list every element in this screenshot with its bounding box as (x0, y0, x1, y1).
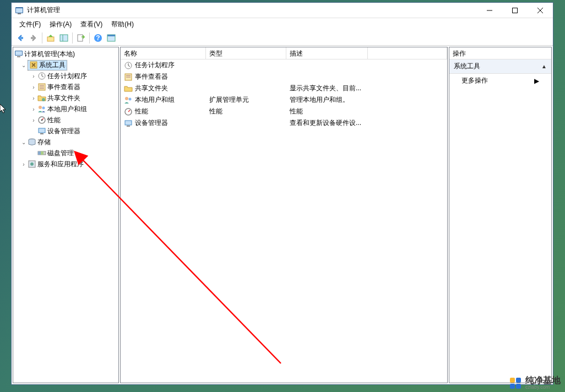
svg-rect-1 (16, 8, 23, 13)
svg-point-41 (125, 97, 128, 100)
list-row[interactable]: 性能 性能 性能 (121, 106, 447, 117)
export-button[interactable] (75, 32, 87, 44)
titlebar[interactable]: 计算机管理 (12, 3, 553, 18)
event-icon (37, 83, 46, 91)
app-icon (15, 6, 24, 15)
action-section-header[interactable]: 系统工具 ▲ (449, 59, 551, 74)
collapse-icon[interactable]: ⌄ (20, 62, 28, 68)
tree-system-tools[interactable]: ⌄ 系统工具 (13, 59, 118, 70)
list-cell-desc: 管理本地用户和组。 (286, 95, 368, 105)
expand-icon[interactable]: › (30, 106, 37, 112)
svg-rect-45 (127, 126, 130, 127)
menu-action[interactable]: 操作(A) (45, 18, 76, 31)
menu-file[interactable]: 文件(F) (15, 18, 45, 31)
watermark: 纯净基地 czlaby.com (509, 376, 561, 390)
list-pane: 名称 类型 描述 任务计划程序 事件查看器 共享文件夹 (120, 47, 448, 383)
tree-storage[interactable]: ⌄ 存储 (13, 137, 118, 148)
svg-rect-14 (107, 35, 115, 36)
device-icon (124, 119, 133, 128)
expand-icon[interactable]: › (30, 73, 37, 79)
tree-label: 存储 (37, 138, 51, 147)
list-cell-name: 共享文件夹 (135, 84, 168, 93)
svg-rect-34 (41, 151, 44, 155)
tree-root[interactable]: 计算机管理(本地) (13, 48, 118, 59)
tree-device-manager[interactable]: 设备管理器 (13, 126, 118, 137)
forward-button[interactable] (28, 32, 40, 44)
list-row[interactable]: 共享文件夹 显示共享文件夹、目前... (121, 83, 447, 94)
back-button[interactable] (14, 32, 26, 44)
tree-local-users[interactable]: › 本地用户和组 (13, 104, 118, 115)
tools-icon (29, 61, 38, 69)
svg-point-25 (39, 106, 42, 109)
header-name[interactable]: 名称 (121, 47, 206, 59)
expand-icon[interactable]: › (30, 117, 37, 123)
svg-text:?: ? (96, 34, 100, 42)
computer-icon (14, 50, 23, 58)
watermark-main: 纯净基地 (525, 376, 561, 385)
tree-label: 服务和应用程序 (37, 160, 84, 169)
performance-icon (124, 107, 133, 116)
tree-performance[interactable]: › 性能 (13, 115, 118, 126)
svg-point-28 (41, 119, 43, 121)
tree-disk-management[interactable]: 磁盘管理 (13, 148, 118, 159)
storage-icon (28, 138, 36, 146)
up-button[interactable] (45, 32, 57, 44)
list-row[interactable]: 本地用户和组 扩展管理单元 管理本地用户和组。 (121, 94, 447, 106)
show-hide-button[interactable] (58, 32, 70, 44)
close-button[interactable] (528, 3, 553, 18)
view-icons-button[interactable] (105, 32, 117, 44)
header-type[interactable]: 类型 (206, 47, 286, 59)
action-pane-title: 操作 (449, 47, 551, 59)
menu-help[interactable]: 帮助(H) (107, 18, 138, 31)
svg-rect-48 (516, 378, 521, 383)
svg-rect-2 (18, 13, 21, 14)
device-icon (37, 127, 46, 135)
services-icon (28, 160, 36, 168)
menu-view[interactable]: 查看(V) (76, 18, 107, 31)
window-title: 计算机管理 (27, 6, 477, 15)
help-button[interactable]: ? (92, 32, 104, 44)
list-row[interactable]: 任务计划程序 (121, 59, 447, 71)
expand-icon[interactable]: › (30, 95, 37, 101)
tree-label: 任务计划程序 (47, 72, 87, 81)
minimize-button[interactable] (477, 3, 502, 18)
expand-icon[interactable]: › (20, 161, 28, 167)
menubar: 文件(F) 操作(A) 查看(V) 帮助(H) (12, 18, 553, 30)
list-cell-desc: 性能 (286, 107, 368, 116)
maximize-button[interactable] (502, 3, 528, 18)
svg-point-36 (30, 162, 34, 166)
watermark-logo-icon (509, 377, 522, 390)
svg-rect-4 (513, 8, 518, 13)
svg-rect-44 (125, 121, 132, 125)
list-cell-type: 扩展管理单元 (206, 95, 286, 105)
header-desc[interactable]: 描述 (286, 47, 368, 59)
event-icon (124, 73, 133, 81)
action-pane: 操作 系统工具 ▲ 更多操作 ▶ (449, 47, 552, 383)
main-window: 计算机管理 文件(F) 操作(A) 查看(V) 帮助(H) ? 计算机管理(本 (11, 2, 553, 385)
tree-label: 共享文件夹 (47, 94, 80, 103)
collapse-icon[interactable]: ⌄ (20, 139, 28, 145)
tree-label: 性能 (47, 116, 61, 125)
tree-pane[interactable]: 计算机管理(本地) ⌄ 系统工具 › 任务计划程序 › 事件查看器 › (13, 47, 119, 383)
svg-rect-29 (39, 128, 45, 133)
expand-icon[interactable]: › (30, 84, 37, 90)
tree-services-apps[interactable]: › 服务和应用程序 (13, 159, 118, 170)
list-cell-name: 任务计划程序 (135, 61, 175, 70)
action-more[interactable]: 更多操作 ▶ (449, 74, 551, 88)
svg-rect-47 (510, 378, 515, 383)
tree-label: 系统工具 (39, 61, 66, 70)
svg-rect-8 (60, 35, 68, 41)
tree-label: 计算机管理(本地) (24, 50, 75, 59)
tree-label: 事件查看器 (47, 83, 80, 92)
svg-rect-7 (47, 37, 54, 41)
tree-label: 本地用户和组 (47, 105, 87, 114)
tree-event-viewer[interactable]: › 事件查看器 (13, 81, 118, 92)
tree-shared-folders[interactable]: › 共享文件夹 (13, 92, 118, 104)
list-body[interactable]: 任务计划程序 事件查看器 共享文件夹 显示共享文件夹、目前... 本地用户和组 … (121, 59, 447, 383)
tree-task-scheduler[interactable]: › 任务计划程序 (13, 70, 118, 81)
watermark-sub: czlaby.com (525, 385, 561, 390)
list-row[interactable]: 事件查看器 (121, 71, 447, 83)
header-empty[interactable] (368, 47, 447, 59)
body-area: 计算机管理(本地) ⌄ 系统工具 › 任务计划程序 › 事件查看器 › (12, 46, 553, 384)
list-row[interactable]: 设备管理器 查看和更新设备硬件设... (121, 117, 447, 129)
